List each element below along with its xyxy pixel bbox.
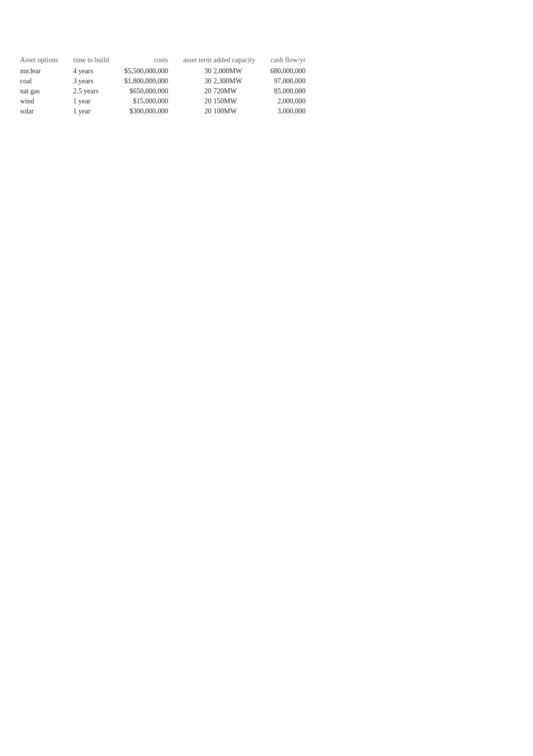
cell-row0-col2: $5,500,000,000 (124, 66, 183, 76)
table-row: nuclear4 years$5,500,000,000302,000MW680… (20, 66, 306, 76)
cell-row2-col5: 85,000,000 (271, 86, 306, 96)
table-row: solar1 year$300,000,00020100MW3,000,000 (20, 106, 306, 116)
header-asset-options: Asset options (20, 55, 73, 66)
cell-row2-col1: 2.5 years (73, 86, 124, 96)
cell-row1-col3: 30 (183, 76, 213, 86)
cell-row3-col3: 20 (183, 96, 213, 106)
cell-row4-col3: 20 (183, 106, 213, 116)
cell-row1-col5: 97,000,000 (271, 76, 306, 86)
cell-row2-col0: nat gas (20, 86, 73, 96)
cell-row4-col2: $300,000,000 (124, 106, 183, 116)
cell-row3-col4: 150MW (213, 96, 271, 106)
main-content: Asset options time to build costs asset … (0, 0, 533, 137)
cell-row0-col5: 680,000,000 (271, 66, 306, 76)
cell-row1-col4: 2,300MW (213, 76, 271, 86)
cell-row1-col0: coal (20, 76, 73, 86)
cell-row4-col4: 100MW (213, 106, 271, 116)
header-costs: costs (124, 55, 183, 66)
cell-row0-col0: nuclear (20, 66, 73, 76)
cell-row3-col2: $15,000,000 (124, 96, 183, 106)
asset-options-table: Asset options time to build costs asset … (20, 55, 306, 116)
cell-row0-col3: 30 (183, 66, 213, 76)
header-time-to-build: time to build (73, 55, 124, 66)
cell-row4-col0: solar (20, 106, 73, 116)
cell-row2-col4: 720MW (213, 86, 271, 96)
header-asset-term: asset term (183, 55, 213, 66)
cell-row2-col3: 20 (183, 86, 213, 96)
cell-row1-col2: $1,800,000,000 (124, 76, 183, 86)
table-row: coal3 years$1,800,000,000302,300MW97,000… (20, 76, 306, 86)
cell-row3-col5: 2,000,000 (271, 96, 306, 106)
table-row: nat gas2.5 years$650,000,00020720MW85,00… (20, 86, 306, 96)
header-added-capacity: added capacity (213, 55, 271, 66)
cell-row4-col1: 1 year (73, 106, 124, 116)
cell-row0-col4: 2,000MW (213, 66, 271, 76)
cell-row4-col5: 3,000,000 (271, 106, 306, 116)
cell-row3-col0: wind (20, 96, 73, 106)
cell-row0-col1: 4 years (73, 66, 124, 76)
header-cash-flow-yr: cash flow/yr (271, 55, 306, 66)
cell-row3-col1: 1 year (73, 96, 124, 106)
cell-row1-col1: 3 years (73, 76, 124, 86)
cell-row2-col2: $650,000,000 (124, 86, 183, 96)
table-row: wind1 year$15,000,00020150MW2,000,000 (20, 96, 306, 106)
